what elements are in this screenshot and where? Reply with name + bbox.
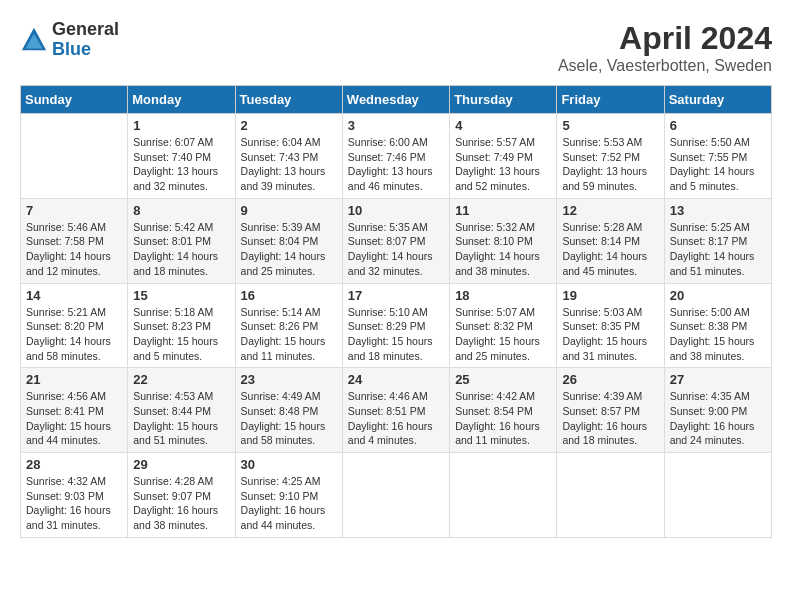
cell-content: Sunrise: 5:42 AM Sunset: 8:01 PM Dayligh… — [133, 220, 229, 279]
cell-content: Sunrise: 5:00 AM Sunset: 8:38 PM Dayligh… — [670, 305, 766, 364]
cell-content: Sunrise: 6:07 AM Sunset: 7:40 PM Dayligh… — [133, 135, 229, 194]
calendar-cell: 5Sunrise: 5:53 AM Sunset: 7:52 PM Daylig… — [557, 114, 664, 199]
cell-content: Sunrise: 5:32 AM Sunset: 8:10 PM Dayligh… — [455, 220, 551, 279]
cell-content: Sunrise: 5:57 AM Sunset: 7:49 PM Dayligh… — [455, 135, 551, 194]
calendar-cell: 16Sunrise: 5:14 AM Sunset: 8:26 PM Dayli… — [235, 283, 342, 368]
day-number: 17 — [348, 288, 444, 303]
calendar-week-row: 28Sunrise: 4:32 AM Sunset: 9:03 PM Dayli… — [21, 453, 772, 538]
calendar-cell: 2Sunrise: 6:04 AM Sunset: 7:43 PM Daylig… — [235, 114, 342, 199]
day-number: 7 — [26, 203, 122, 218]
day-number: 29 — [133, 457, 229, 472]
calendar-cell: 25Sunrise: 4:42 AM Sunset: 8:54 PM Dayli… — [450, 368, 557, 453]
calendar-cell: 17Sunrise: 5:10 AM Sunset: 8:29 PM Dayli… — [342, 283, 449, 368]
calendar-cell: 21Sunrise: 4:56 AM Sunset: 8:41 PM Dayli… — [21, 368, 128, 453]
calendar-cell: 7Sunrise: 5:46 AM Sunset: 7:58 PM Daylig… — [21, 198, 128, 283]
cell-content: Sunrise: 5:10 AM Sunset: 8:29 PM Dayligh… — [348, 305, 444, 364]
day-number: 25 — [455, 372, 551, 387]
calendar-week-row: 7Sunrise: 5:46 AM Sunset: 7:58 PM Daylig… — [21, 198, 772, 283]
calendar-cell: 18Sunrise: 5:07 AM Sunset: 8:32 PM Dayli… — [450, 283, 557, 368]
day-number: 13 — [670, 203, 766, 218]
day-number: 12 — [562, 203, 658, 218]
calendar-cell: 19Sunrise: 5:03 AM Sunset: 8:35 PM Dayli… — [557, 283, 664, 368]
title-block: April 2024 Asele, Vaesterbotten, Sweden — [558, 20, 772, 75]
cell-content: Sunrise: 5:03 AM Sunset: 8:35 PM Dayligh… — [562, 305, 658, 364]
day-number: 5 — [562, 118, 658, 133]
calendar-cell: 8Sunrise: 5:42 AM Sunset: 8:01 PM Daylig… — [128, 198, 235, 283]
day-number: 24 — [348, 372, 444, 387]
day-number: 18 — [455, 288, 551, 303]
cell-content: Sunrise: 4:49 AM Sunset: 8:48 PM Dayligh… — [241, 389, 337, 448]
calendar-week-row: 1Sunrise: 6:07 AM Sunset: 7:40 PM Daylig… — [21, 114, 772, 199]
calendar-cell — [557, 453, 664, 538]
calendar-cell — [664, 453, 771, 538]
day-number: 30 — [241, 457, 337, 472]
calendar-cell: 4Sunrise: 5:57 AM Sunset: 7:49 PM Daylig… — [450, 114, 557, 199]
calendar-cell: 14Sunrise: 5:21 AM Sunset: 8:20 PM Dayli… — [21, 283, 128, 368]
cell-content: Sunrise: 4:25 AM Sunset: 9:10 PM Dayligh… — [241, 474, 337, 533]
day-number: 9 — [241, 203, 337, 218]
header-sunday: Sunday — [21, 86, 128, 114]
calendar-cell: 9Sunrise: 5:39 AM Sunset: 8:04 PM Daylig… — [235, 198, 342, 283]
cell-content: Sunrise: 4:28 AM Sunset: 9:07 PM Dayligh… — [133, 474, 229, 533]
cell-content: Sunrise: 5:25 AM Sunset: 8:17 PM Dayligh… — [670, 220, 766, 279]
page-header: General Blue April 2024 Asele, Vaesterbo… — [20, 20, 772, 75]
calendar-cell — [342, 453, 449, 538]
calendar-header-row: SundayMondayTuesdayWednesdayThursdayFrid… — [21, 86, 772, 114]
cell-content: Sunrise: 6:00 AM Sunset: 7:46 PM Dayligh… — [348, 135, 444, 194]
calendar-cell: 20Sunrise: 5:00 AM Sunset: 8:38 PM Dayli… — [664, 283, 771, 368]
day-number: 16 — [241, 288, 337, 303]
calendar-cell: 1Sunrise: 6:07 AM Sunset: 7:40 PM Daylig… — [128, 114, 235, 199]
day-number: 3 — [348, 118, 444, 133]
day-number: 23 — [241, 372, 337, 387]
cell-content: Sunrise: 5:07 AM Sunset: 8:32 PM Dayligh… — [455, 305, 551, 364]
calendar-cell: 3Sunrise: 6:00 AM Sunset: 7:46 PM Daylig… — [342, 114, 449, 199]
calendar-cell: 12Sunrise: 5:28 AM Sunset: 8:14 PM Dayli… — [557, 198, 664, 283]
calendar-cell: 13Sunrise: 5:25 AM Sunset: 8:17 PM Dayli… — [664, 198, 771, 283]
calendar-cell: 30Sunrise: 4:25 AM Sunset: 9:10 PM Dayli… — [235, 453, 342, 538]
day-number: 26 — [562, 372, 658, 387]
day-number: 21 — [26, 372, 122, 387]
header-tuesday: Tuesday — [235, 86, 342, 114]
location-title: Asele, Vaesterbotten, Sweden — [558, 57, 772, 75]
cell-content: Sunrise: 6:04 AM Sunset: 7:43 PM Dayligh… — [241, 135, 337, 194]
header-monday: Monday — [128, 86, 235, 114]
day-number: 1 — [133, 118, 229, 133]
logo-icon — [20, 26, 48, 54]
calendar-week-row: 21Sunrise: 4:56 AM Sunset: 8:41 PM Dayli… — [21, 368, 772, 453]
cell-content: Sunrise: 5:53 AM Sunset: 7:52 PM Dayligh… — [562, 135, 658, 194]
calendar-cell: 28Sunrise: 4:32 AM Sunset: 9:03 PM Dayli… — [21, 453, 128, 538]
day-number: 19 — [562, 288, 658, 303]
calendar-table: SundayMondayTuesdayWednesdayThursdayFrid… — [20, 85, 772, 538]
logo-general-text: General — [52, 20, 119, 40]
cell-content: Sunrise: 5:35 AM Sunset: 8:07 PM Dayligh… — [348, 220, 444, 279]
cell-content: Sunrise: 5:50 AM Sunset: 7:55 PM Dayligh… — [670, 135, 766, 194]
day-number: 10 — [348, 203, 444, 218]
day-number: 6 — [670, 118, 766, 133]
header-friday: Friday — [557, 86, 664, 114]
calendar-cell: 27Sunrise: 4:35 AM Sunset: 9:00 PM Dayli… — [664, 368, 771, 453]
cell-content: Sunrise: 5:21 AM Sunset: 8:20 PM Dayligh… — [26, 305, 122, 364]
cell-content: Sunrise: 5:28 AM Sunset: 8:14 PM Dayligh… — [562, 220, 658, 279]
cell-content: Sunrise: 4:42 AM Sunset: 8:54 PM Dayligh… — [455, 389, 551, 448]
cell-content: Sunrise: 4:56 AM Sunset: 8:41 PM Dayligh… — [26, 389, 122, 448]
calendar-cell: 22Sunrise: 4:53 AM Sunset: 8:44 PM Dayli… — [128, 368, 235, 453]
day-number: 8 — [133, 203, 229, 218]
header-thursday: Thursday — [450, 86, 557, 114]
cell-content: Sunrise: 4:32 AM Sunset: 9:03 PM Dayligh… — [26, 474, 122, 533]
cell-content: Sunrise: 5:14 AM Sunset: 8:26 PM Dayligh… — [241, 305, 337, 364]
calendar-cell: 11Sunrise: 5:32 AM Sunset: 8:10 PM Dayli… — [450, 198, 557, 283]
calendar-cell: 10Sunrise: 5:35 AM Sunset: 8:07 PM Dayli… — [342, 198, 449, 283]
day-number: 14 — [26, 288, 122, 303]
logo: General Blue — [20, 20, 119, 60]
calendar-cell: 24Sunrise: 4:46 AM Sunset: 8:51 PM Dayli… — [342, 368, 449, 453]
month-title: April 2024 — [558, 20, 772, 57]
day-number: 11 — [455, 203, 551, 218]
cell-content: Sunrise: 4:35 AM Sunset: 9:00 PM Dayligh… — [670, 389, 766, 448]
day-number: 4 — [455, 118, 551, 133]
calendar-cell: 6Sunrise: 5:50 AM Sunset: 7:55 PM Daylig… — [664, 114, 771, 199]
day-number: 28 — [26, 457, 122, 472]
cell-content: Sunrise: 5:46 AM Sunset: 7:58 PM Dayligh… — [26, 220, 122, 279]
logo-blue-text: Blue — [52, 40, 119, 60]
cell-content: Sunrise: 5:18 AM Sunset: 8:23 PM Dayligh… — [133, 305, 229, 364]
calendar-cell: 15Sunrise: 5:18 AM Sunset: 8:23 PM Dayli… — [128, 283, 235, 368]
